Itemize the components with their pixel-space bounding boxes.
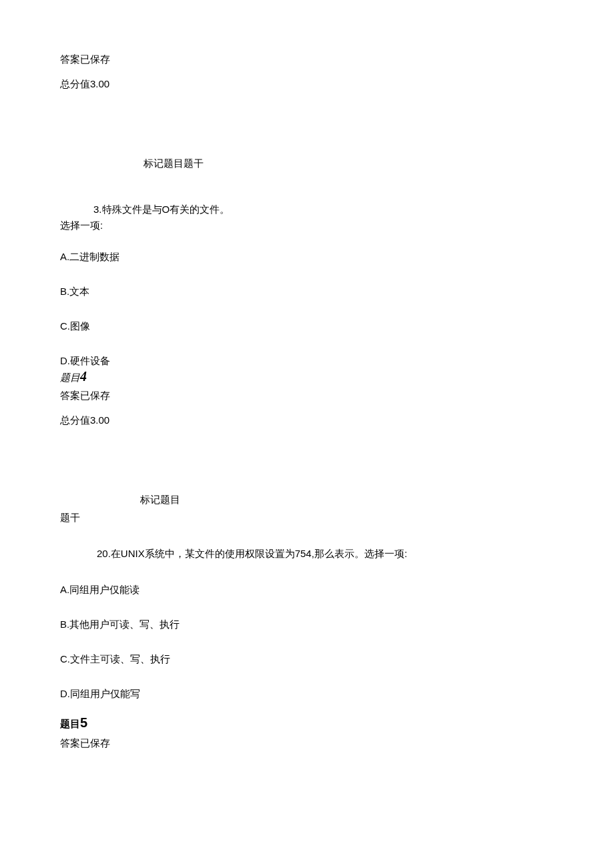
answer-saved-status: 答案已保存 (60, 390, 554, 402)
mark-question-label: 标记题目题干 (143, 157, 554, 170)
question-4-block: 标记题目 题干 20.在UNIX系统中，某文件的使用权限设置为754,那么表示。… (60, 494, 554, 701)
question-4-number: 题目4 (60, 369, 554, 384)
question-3-text: 3.特殊文件是与O有关的文件。 (93, 203, 554, 216)
option-c[interactable]: C.图像 (60, 320, 554, 333)
option-b[interactable]: B.文本 (60, 286, 554, 298)
question-number-value: 5 (80, 715, 87, 730)
question-3-block: 标记题目题干 3.特殊文件是与O有关的文件。 选择一项: A.二进制数据 B.文… (60, 157, 554, 368)
option-b[interactable]: B.其他用户可读、写、执行 (60, 618, 554, 631)
question-5-number: 题目5 (60, 715, 554, 731)
option-a[interactable]: A.同组用户仅能读 (60, 584, 554, 596)
option-c[interactable]: C.文件主可读、写、执行 (60, 653, 554, 666)
select-one-label: 选择一项: (60, 220, 554, 232)
question-5-header: 题目5 答案已保存 (60, 715, 554, 750)
option-d[interactable]: D.同组用户仅能写 (60, 688, 554, 701)
option-a[interactable]: A.二进制数据 (60, 251, 554, 264)
question-label: 题目 (60, 372, 80, 383)
answer-saved-status: 答案已保存 (60, 737, 554, 750)
question-4-header: 题目4 答案已保存 总分值3.00 (60, 369, 554, 427)
question-stem-label: 题干 (60, 512, 554, 524)
mark-question-label: 标记题目 (140, 494, 554, 506)
total-score: 总分值3.00 (60, 78, 554, 91)
total-score: 总分值3.00 (60, 414, 554, 427)
option-d[interactable]: D.硬件设备 (60, 355, 554, 368)
answer-saved-status: 答案已保存 (60, 53, 554, 66)
question-block-1: 答案已保存 总分值3.00 (60, 53, 554, 91)
question-4-text: 20.在UNIX系统中，某文件的使用权限设置为754,那么表示。选择一项: (97, 548, 554, 560)
question-number-value: 4 (80, 369, 87, 384)
question-label: 题目 (60, 718, 80, 729)
